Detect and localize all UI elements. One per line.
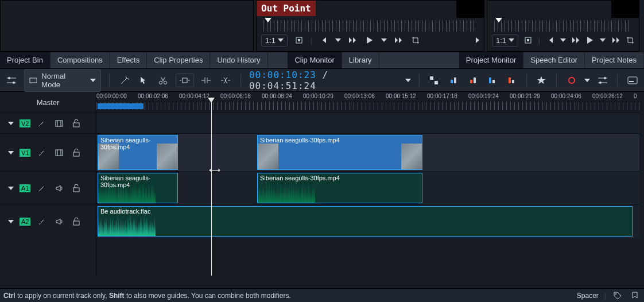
clip-label: Siberian seagulls-30fps.mp4 <box>100 175 177 188</box>
track-lane-v1[interactable]: Siberian seagulls-30fps.mp4 Siberian sea… <box>96 133 639 171</box>
mixer-icon[interactable] <box>596 73 610 87</box>
pointer-icon[interactable] <box>137 73 150 87</box>
tab-project-notes[interactable]: Project Notes <box>585 52 644 68</box>
clip-more-icon[interactable] <box>476 37 479 43</box>
timecode-menu-icon[interactable] <box>405 79 411 82</box>
audio-clip[interactable]: Be audiotrack.flac <box>98 206 633 237</box>
rewind-start-icon[interactable] <box>318 34 329 46</box>
step-back-icon[interactable] <box>347 34 358 46</box>
frame-icon[interactable] <box>53 118 65 129</box>
subtitle-icon[interactable] <box>626 73 639 87</box>
frame-icon[interactable] <box>53 147 65 158</box>
marker-type-2-icon[interactable] <box>447 73 460 87</box>
tab-undo-history[interactable]: Undo History <box>210 52 267 68</box>
marker-type-5-icon[interactable] <box>505 73 518 87</box>
spacer-tool-icon[interactable] <box>176 73 194 87</box>
proj-step-back-icon[interactable] <box>572 34 580 46</box>
wand-icon[interactable] <box>36 118 48 129</box>
tab-speech-editor[interactable]: Speech Editor <box>523 52 585 68</box>
lock-icon[interactable] <box>71 147 82 158</box>
tab-library[interactable]: Library <box>342 52 379 68</box>
marker-type-3-icon[interactable] <box>466 73 480 87</box>
collapse-icon[interactable] <box>8 187 14 190</box>
mute-icon[interactable] <box>53 183 65 194</box>
settings-icon[interactable] <box>5 73 18 87</box>
collapse-icon[interactable] <box>8 220 14 223</box>
svg-point-7 <box>159 81 162 84</box>
tab-project-bin[interactable]: Project Bin <box>0 52 51 68</box>
marker-icon[interactable] <box>629 290 641 301</box>
wand-icon[interactable] <box>36 216 48 227</box>
clip-monitor-ruler[interactable] <box>263 20 477 32</box>
track-label: V2 <box>20 119 30 127</box>
video-clip[interactable]: Siberian seagulls-30fps.mp4 <box>98 135 178 170</box>
tab-project-monitor[interactable]: Project Monitor <box>459 52 523 68</box>
track-header-a1[interactable]: A1 <box>0 171 96 204</box>
ruler-tick: 00:00:15:12 <box>386 93 416 99</box>
insert-icon[interactable] <box>200 73 214 87</box>
track-lane-v2[interactable] <box>96 113 639 133</box>
proj-play-icon[interactable] <box>586 34 595 46</box>
lock-icon[interactable] <box>71 183 82 194</box>
crop-icon[interactable] <box>410 34 421 46</box>
rewind-menu-icon[interactable] <box>335 38 341 42</box>
timeline-ruler[interactable]: 00:00:00:0000:00:02:0600:00:04:1200:00:0… <box>96 92 639 113</box>
proj-zoom-selector[interactable]: 1:1 <box>492 34 518 47</box>
project-monitor-playhead[interactable] <box>495 18 502 22</box>
track-lane-a2[interactable]: Be audiotrack.flac <box>96 204 639 238</box>
tab-effects[interactable]: Effects <box>110 52 148 68</box>
record-icon[interactable] <box>565 73 579 87</box>
ruler-tick: 00:00:13:06 <box>344 93 375 99</box>
timecode-display[interactable]: 00:00:10:23 / 00:04:51:24 <box>249 69 399 91</box>
current-tool-label: Spacer <box>577 292 599 300</box>
track-header-v1[interactable]: V1 <box>0 133 96 171</box>
lock-icon[interactable] <box>71 216 82 227</box>
marker-type-4-icon[interactable] <box>485 73 499 87</box>
video-clip[interactable]: Siberian seagulls-30fps.mp4 <box>257 135 422 170</box>
wand-icon[interactable] <box>36 147 48 158</box>
tab-clip-monitor[interactable]: Clip Monitor <box>288 52 342 68</box>
wand-icon[interactable] <box>36 183 48 194</box>
clip-zoom-value: 1:1 <box>265 36 276 45</box>
play-icon[interactable] <box>364 34 375 46</box>
timeline-zone[interactable] <box>98 103 143 109</box>
play-menu-icon[interactable] <box>381 38 387 42</box>
timeline-body[interactable]: 00:00:00:0000:00:02:0600:00:04:1200:00:0… <box>96 92 639 276</box>
collapse-icon[interactable] <box>8 122 14 125</box>
timeline-toolbar: Normal Mode 00:00:10:23 / 00:04:51:24 <box>0 69 644 92</box>
clip-zoom-selector[interactable]: 1:1 <box>261 34 288 47</box>
track-lane-a1[interactable]: Siberian seagulls-30fps.mp4 Siberian sea… <box>96 171 639 204</box>
master-label[interactable]: Master <box>0 92 96 113</box>
tag-icon[interactable] <box>612 290 623 301</box>
lock-icon[interactable] <box>71 118 82 129</box>
razor-icon[interactable] <box>156 73 170 87</box>
timecode-total: 00:04:51:24 <box>249 80 316 91</box>
record-menu-icon[interactable] <box>584 79 590 82</box>
project-monitor-ruler[interactable] <box>494 20 632 32</box>
proj-step-fwd-icon[interactable] <box>611 34 620 46</box>
audio-clip[interactable]: Siberian seagulls-30fps.mp4 <box>257 173 422 203</box>
favorite-icon[interactable] <box>535 73 549 87</box>
proj-crop-icon[interactable] <box>626 34 634 46</box>
proj-zone-toggle-icon[interactable] <box>524 34 533 46</box>
marker-type-1-icon[interactable] <box>428 73 441 87</box>
mute-icon[interactable] <box>53 216 65 227</box>
magic-wand-icon[interactable] <box>118 73 131 87</box>
tab-clip-properties[interactable]: Clip Properties <box>147 52 210 68</box>
proj-rewind-menu-icon[interactable] <box>560 38 566 42</box>
audio-clip[interactable]: Siberian seagulls-30fps.mp4 <box>98 173 178 203</box>
project-monitor-viewport <box>611 1 639 18</box>
collapse-icon[interactable] <box>8 151 14 154</box>
zone-toggle-icon[interactable] <box>293 34 305 46</box>
step-fwd-icon[interactable] <box>393 34 404 46</box>
overwrite-icon[interactable] <box>219 73 232 87</box>
track-header-v2[interactable]: V2 <box>0 113 96 133</box>
clip-monitor-playhead[interactable] <box>265 18 271 22</box>
proj-play-menu-icon[interactable] <box>600 38 606 42</box>
track-header-a2[interactable]: A2 <box>0 204 96 238</box>
ruler-tick: 00:00:21:29 <box>510 93 540 99</box>
edit-mode-selector[interactable]: Normal Mode <box>24 69 101 92</box>
timeline-playhead[interactable] <box>211 102 212 276</box>
tab-compositions[interactable]: Compositions <box>51 52 110 68</box>
proj-rewind-start-icon[interactable] <box>546 34 554 46</box>
